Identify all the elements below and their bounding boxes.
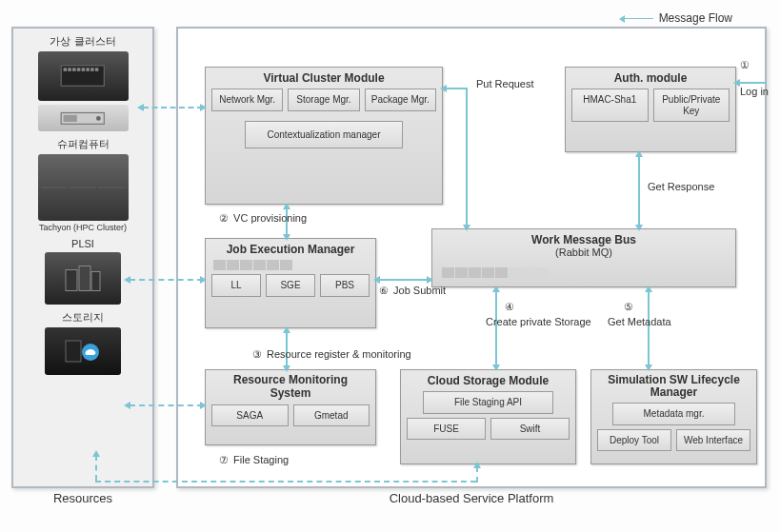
arrow-res-reg-head-d (283, 365, 290, 372)
module-work-message-bus: Work Message Bus (Rabbit MQ) (431, 228, 736, 287)
module-virtual-cluster-title: Virtual Cluster Module (211, 71, 436, 85)
module-auth: Auth. module HMAC-Sha1 Public/Private Ke… (565, 67, 736, 152)
module-cloud-storage: Cloud Storage Module File Staging API FU… (400, 369, 576, 464)
label-get-response: Get Response (648, 181, 714, 192)
resource-virtual-cluster-label: 가상 클러스터 (17, 34, 149, 49)
svg-rect-4 (77, 69, 81, 72)
arrow-put-request-v (466, 88, 468, 228)
module-rms-title: Resource Monitoring System (211, 374, 370, 401)
svg-rect-6 (87, 69, 90, 72)
resource-supercomputer: 슈퍼컴퓨터 Tachyon (HPC Cluster) (17, 137, 149, 232)
sub-network-mgr: Network Mgr. (211, 89, 283, 111)
label-login: Log in (740, 86, 769, 97)
arrow-job-submit-head-l (373, 276, 380, 284)
diagram-canvas: 가상 클러스터 슈퍼컴퓨터 Tachyon (HPC Cluster) PLSI (10, 10, 770, 504)
arrow-login-head (733, 79, 740, 87)
dash-storage-head-u (92, 450, 100, 457)
svg-rect-3 (72, 69, 76, 72)
dash-vcluster-head-l (137, 104, 144, 111)
resource-plsi: PLSI (17, 238, 149, 305)
dash-storage-v1 (95, 455, 97, 481)
resource-supercomputer-label: 슈퍼컴퓨터 (17, 137, 149, 151)
svg-point-11 (96, 116, 101, 121)
dash-jem-head-l (124, 276, 130, 284)
module-wmb-subtitle: (Rabbit MQ) (438, 246, 730, 258)
arrow-vc-prov-head-u (283, 203, 290, 209)
dash-storage-h (95, 481, 476, 483)
module-virtual-cluster: Virtual Cluster Module Network Mgr. Stor… (205, 67, 443, 205)
svg-rect-13 (79, 266, 90, 291)
sub-web-interface: Web Interface (676, 429, 750, 452)
arrow-create-storage-head-u (492, 286, 500, 292)
resource-virtual-cluster: 가상 클러스터 (17, 34, 149, 131)
arrow-res-reg-head-u (283, 326, 290, 333)
arrow-put-request-head-d (463, 225, 470, 231)
sub-gmetad: Gmetad (293, 404, 370, 427)
label-get-metadata: Get Metadata (608, 316, 671, 327)
svg-rect-1 (64, 69, 68, 72)
label-file-staging: ⑦ File Staging (219, 454, 289, 466)
resources-caption: Resources (13, 491, 152, 505)
label-put-request: Put Request (476, 78, 534, 89)
svg-rect-8 (95, 69, 99, 72)
step-1: ① (740, 59, 751, 71)
arrow-create-storage-head-d (492, 365, 500, 371)
svg-rect-7 (90, 69, 94, 72)
arrow-get-response-head-d (635, 225, 643, 231)
dash-jem-head-r (200, 276, 207, 284)
label-create-storage: Create private Storage (486, 316, 591, 327)
dash-vcluster-head-r (200, 104, 207, 111)
storage-icon (45, 327, 121, 375)
resource-storage-label: 스토리지 (17, 310, 149, 325)
resource-plsi-label: PLSI (17, 238, 149, 249)
label-job-submit: ⑥ Job Submit (379, 285, 446, 296)
dash-rms (130, 404, 203, 406)
sub-fuse: FUSE (407, 418, 486, 441)
arrow-create-storage (495, 289, 497, 367)
step-5: ⑤ (624, 301, 635, 313)
arrow-job-submit-head-r (427, 276, 433, 284)
resource-storage: 스토리지 (17, 310, 149, 375)
module-sslm: Simulation SW Lifecycle Manager Metadata… (590, 369, 757, 464)
sub-metadata-mgr: Metadata mgr. (612, 403, 735, 425)
svg-rect-2 (69, 69, 72, 72)
arrow-get-metadata-head-d (645, 365, 652, 371)
resources-panel: 가상 클러스터 슈퍼컴퓨터 Tachyon (HPC Cluster) PLSI (11, 27, 154, 488)
sub-deploy-tool: Deploy Tool (597, 429, 671, 452)
sub-hmac: HMAC-Sha1 (571, 89, 649, 122)
module-wmb-title: Work Message Bus (438, 233, 730, 246)
sub-ll: LL (211, 274, 261, 297)
sub-package-mgr: Package Mgr. (365, 89, 436, 111)
progress-jem (213, 260, 370, 270)
module-sslm-title: Simulation SW Lifecycle Manager (597, 374, 750, 399)
arrow-login (738, 82, 767, 84)
arrow-vc-prov-head-d (283, 234, 290, 241)
svg-rect-12 (66, 270, 77, 291)
label-vc-prov: ② VC provisioning (219, 212, 307, 225)
servers-icon (45, 252, 121, 305)
arrow-job-submit (378, 279, 430, 281)
sub-storage-mgr: Storage Mgr. (288, 89, 359, 111)
resource-tachyon-label: Tachyon (HPC Cluster) (17, 223, 149, 232)
svg-rect-10 (64, 114, 77, 121)
sub-sge: SGE (266, 274, 315, 297)
label-res-reg: ③ Resource register & monitoring (252, 348, 411, 361)
sub-saga: SAGA (211, 404, 289, 427)
dash-storage-head-u2 (473, 462, 481, 468)
svg-rect-14 (91, 272, 100, 291)
dash-storage-v2 (476, 466, 478, 483)
rack-icon (38, 51, 129, 101)
arrow-put-request-head-l (440, 85, 447, 92)
platform-caption: Cloud-based Service Platform (178, 491, 765, 505)
sub-file-staging-api: File Staging API (423, 391, 553, 414)
module-auth-title: Auth. module (571, 71, 730, 85)
arrow-get-response (638, 154, 640, 228)
module-jem-title: Job Execution Manager (211, 243, 370, 256)
module-resource-monitoring: Resource Monitoring System SAGA Gmetad (205, 369, 376, 445)
svg-rect-5 (82, 69, 86, 72)
sub-pbs: PBS (320, 274, 370, 297)
sub-contextualization: Contextualization manager (245, 121, 402, 149)
progress-wmb (442, 267, 548, 278)
arrow-get-metadata-head-u (645, 286, 652, 292)
sub-swift: Swift (490, 418, 570, 441)
